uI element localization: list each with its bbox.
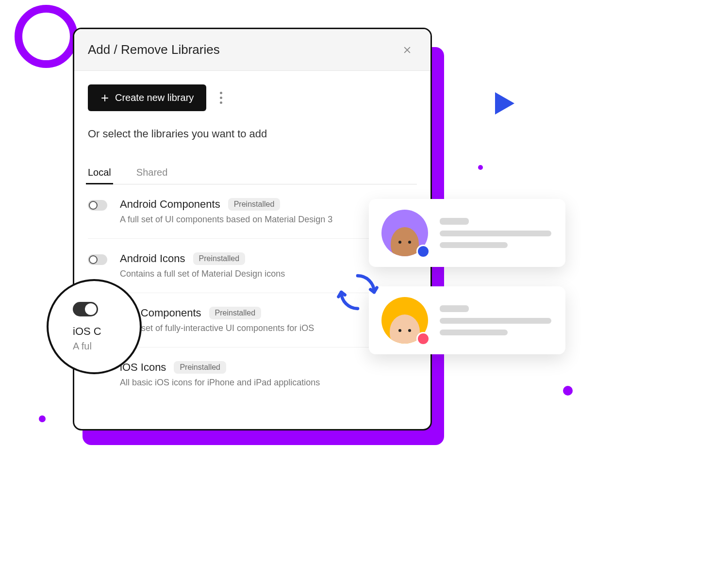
close-button[interactable] (397, 40, 417, 60)
library-name: iOS Icons (120, 361, 166, 374)
kebab-dot-icon (220, 101, 222, 104)
tab-local[interactable]: Local (88, 167, 111, 184)
preinstalled-badge: Preinstalled (228, 198, 281, 211)
library-item: iOS Icons Preinstalled All basic iOS ico… (88, 347, 417, 401)
select-hint-text: Or select the libraries you want to add (88, 128, 417, 140)
status-dot-icon (416, 245, 430, 258)
kebab-dot-icon (220, 97, 222, 99)
decorative-ring (15, 5, 78, 68)
preinstalled-badge: Preinstalled (209, 307, 262, 319)
modal-title: Add / Remove Libraries (88, 42, 220, 57)
decorative-dot (563, 386, 573, 396)
modal-toolbar: Create new library (88, 84, 417, 111)
contact-card (369, 199, 565, 267)
tab-shared[interactable]: Shared (136, 167, 168, 184)
skeleton-line (440, 318, 551, 324)
sync-arrows-icon (335, 269, 381, 315)
library-name: Android Components (120, 198, 220, 211)
skeleton-line (440, 330, 508, 335)
status-dot-icon (416, 332, 430, 346)
create-library-label: Create new library (115, 92, 194, 103)
modal-header: Add / Remove Libraries (74, 29, 430, 71)
decorative-dot (478, 165, 483, 170)
library-description: All basic iOS icons for iPhone and iPad … (120, 378, 417, 388)
library-name: Android Icons (120, 252, 185, 265)
contact-cards-overlay (369, 199, 565, 374)
skeleton-line (440, 242, 508, 248)
kebab-dot-icon (220, 92, 222, 94)
magnifier-highlight: iOS C A ful (47, 279, 142, 374)
library-toggle[interactable] (88, 254, 107, 265)
more-options-button[interactable] (214, 88, 228, 108)
plus-icon (100, 94, 109, 102)
magnified-title-fragment: iOS C (73, 325, 101, 338)
library-item: Android Components Preinstalled A full s… (88, 184, 417, 239)
contact-card (369, 286, 565, 354)
skeleton-line (440, 305, 469, 312)
preinstalled-badge: Preinstalled (174, 361, 226, 374)
preinstalled-badge: Preinstalled (193, 252, 246, 265)
create-library-button[interactable]: Create new library (88, 84, 206, 111)
decorative-dot (39, 415, 46, 422)
skeleton-line (440, 231, 551, 236)
magnified-toggle-on-icon (73, 302, 98, 316)
close-icon (402, 45, 412, 55)
skeleton-line (440, 218, 469, 225)
tab-bar: Local Shared (88, 167, 417, 184)
magnified-subtitle-fragment: A ful (73, 341, 92, 352)
decorative-play-triangle (495, 92, 514, 115)
library-toggle[interactable] (88, 200, 107, 211)
